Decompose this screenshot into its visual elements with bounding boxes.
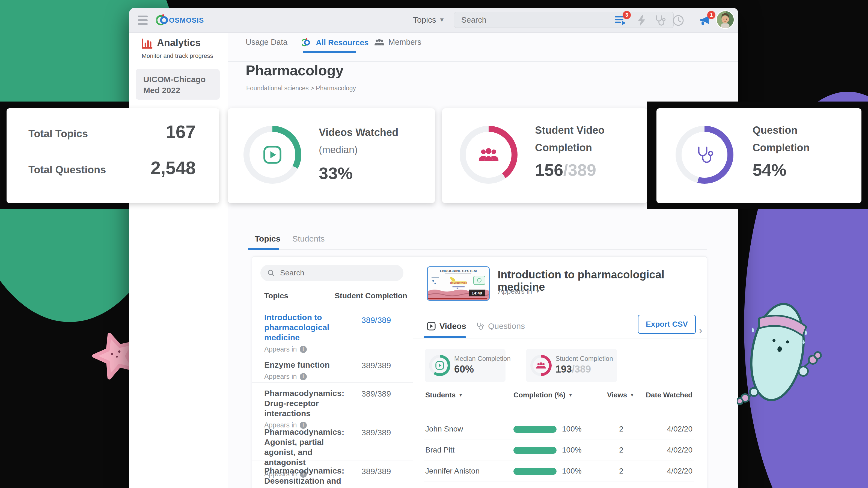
tab-usage-data[interactable]: Usage Data bbox=[246, 38, 287, 47]
detail-appears-in[interactable]: Appears in▼ bbox=[498, 287, 540, 296]
sort-header-views[interactable]: Views▼ bbox=[607, 391, 634, 399]
appears-in-toggle[interactable]: Appears ini bbox=[264, 345, 360, 353]
queue-badge: 3 bbox=[623, 11, 631, 19]
tabs-divider bbox=[228, 61, 738, 62]
breadcrumb[interactable]: Foundational sciences > Pharmacology bbox=[246, 85, 356, 92]
detail-tab-divider bbox=[413, 338, 707, 338]
sidebar-subtitle: Monitor and track progress bbox=[142, 52, 213, 60]
lightning-icon[interactable] bbox=[636, 14, 648, 27]
topic-list-item[interactable]: Pharmacodynamics: Drug-receptor interact… bbox=[264, 388, 360, 429]
completion-bar bbox=[514, 447, 557, 454]
export-csv-button[interactable]: Export CSV bbox=[638, 315, 696, 334]
svg-text:HOMEOSTASIS: HOMEOSTASIS bbox=[450, 282, 467, 284]
chevron-right-icon[interactable]: › bbox=[699, 324, 702, 337]
osmosis-logo[interactable]: OSMOSIS bbox=[156, 13, 211, 27]
card-value: 54% bbox=[752, 160, 810, 180]
row-divider bbox=[424, 481, 694, 482]
svg-text:ENDOCRINE SYSTEM: ENDOCRINE SYSTEM bbox=[440, 269, 476, 273]
hamburger-menu-icon[interactable] bbox=[138, 14, 150, 26]
topic-completion-value: 389/389 bbox=[362, 315, 386, 325]
active-tab-underline bbox=[303, 51, 356, 53]
card-title: Student Video bbox=[535, 121, 604, 139]
student-video-completion-card: Student Video Completion 156/389 bbox=[442, 109, 647, 203]
tab-members[interactable]: Members bbox=[374, 38, 422, 47]
chip-label: Student Completion bbox=[555, 355, 613, 362]
stethoscope-icon bbox=[694, 145, 715, 165]
card-title: Videos Watched bbox=[319, 124, 398, 141]
sort-header-completion[interactable]: Completion (%)▼ bbox=[514, 391, 573, 399]
chip-value: 193/389 bbox=[555, 364, 591, 375]
video-play-icon bbox=[427, 322, 436, 331]
list-tab-underline bbox=[248, 248, 279, 250]
student-completion-chip: Student Completion 193/389 bbox=[526, 349, 617, 382]
chevron-down-icon: ▼ bbox=[535, 288, 540, 294]
user-avatar[interactable] bbox=[716, 10, 735, 29]
card-value: 156/389 bbox=[535, 160, 604, 180]
question-completion-card: Question Completion 54% bbox=[656, 109, 862, 203]
list-tab-topics[interactable]: Topics bbox=[255, 234, 280, 243]
osmosis-mini-logo-icon bbox=[302, 38, 312, 48]
svg-text:14:49: 14:49 bbox=[472, 291, 482, 295]
totals-card: Total Topics 167 Total Questions 2,548 bbox=[6, 109, 219, 203]
median-completion-donut bbox=[429, 355, 451, 376]
card-value: 33% bbox=[319, 163, 398, 183]
question-completion-donut bbox=[676, 126, 734, 184]
play-icon bbox=[262, 145, 282, 164]
sidebar: Analytics Monitor and track progress UIC… bbox=[129, 33, 228, 488]
topic-list-item[interactable]: Introduction to pharmacological medicine… bbox=[264, 312, 360, 353]
videos-watched-card: Videos Watched (median) 33% bbox=[228, 109, 435, 203]
card-subtitle: (median) bbox=[319, 141, 398, 159]
topic-completion-value: 389/389 bbox=[362, 389, 386, 398]
card-title: Completion bbox=[752, 139, 810, 156]
sort-caret-icon: ▼ bbox=[630, 393, 634, 398]
topic-search[interactable] bbox=[260, 265, 403, 281]
sort-caret-icon: ▼ bbox=[568, 393, 573, 398]
app-window: OSMOSIS Topics▼ 3 bbox=[129, 8, 738, 488]
topic-search-input[interactable] bbox=[280, 268, 389, 278]
topic-completion-value: 389/389 bbox=[362, 467, 386, 476]
chevron-down-icon: ▼ bbox=[439, 17, 445, 24]
megaphone-icon[interactable]: 1 bbox=[699, 14, 712, 27]
list-tab-divider bbox=[248, 249, 707, 250]
student-completion-donut bbox=[530, 355, 552, 376]
people-icon bbox=[536, 362, 546, 370]
chip-label: Median Completion bbox=[454, 355, 511, 362]
completion-bar bbox=[514, 426, 557, 433]
appears-in-toggle[interactable]: Appears ini bbox=[264, 372, 360, 380]
video-thumbnail[interactable]: ENDOCRINE SYSTEM HOMEOSTASIS 14:49 bbox=[427, 266, 490, 301]
stethoscope-icon[interactable] bbox=[654, 14, 666, 27]
median-completion-chip: Median Completion 60% bbox=[425, 349, 505, 382]
sidebar-cohort-item[interactable]: UICOM-Chicago Med 2022 bbox=[136, 69, 220, 100]
analytics-bar-chart-icon bbox=[141, 38, 153, 50]
topic-list-item[interactable]: Enzyme function Appears ini bbox=[264, 360, 360, 380]
stage: OSMOSIS Topics▼ 3 bbox=[0, 0, 868, 488]
completion-bar bbox=[514, 468, 557, 475]
topics-menu[interactable]: Topics▼ bbox=[413, 15, 445, 25]
list-divider bbox=[252, 421, 413, 421]
card-title: Completion bbox=[535, 139, 604, 156]
questions-stethoscope-icon bbox=[475, 322, 484, 331]
members-people-icon bbox=[374, 38, 384, 47]
chip-value: 60% bbox=[454, 364, 474, 375]
sidebar-title: Analytics bbox=[157, 37, 200, 49]
clock-icon[interactable] bbox=[672, 14, 685, 27]
search-icon bbox=[267, 269, 275, 277]
topic-completion-value: 389/389 bbox=[362, 361, 386, 370]
queue-icon[interactable]: 3 bbox=[614, 14, 627, 27]
sort-header-students[interactable]: Students▼ bbox=[425, 391, 463, 399]
column-header-topics: Topics bbox=[264, 292, 288, 300]
list-tab-students[interactable]: Students bbox=[292, 234, 324, 243]
topic-completion-value: 389/389 bbox=[362, 428, 386, 437]
svg-text:OSMOSIS: OSMOSIS bbox=[169, 16, 204, 24]
videos-watched-donut bbox=[244, 126, 301, 184]
detail-tab-videos[interactable]: Videos bbox=[427, 322, 466, 331]
student-video-donut bbox=[460, 126, 518, 184]
detail-tab-questions[interactable]: Questions bbox=[475, 322, 525, 331]
header-date-watched: Date Watched bbox=[646, 391, 692, 399]
column-header-student-completion: Student Completion bbox=[335, 292, 407, 300]
topic-list-item[interactable]: Pharmacodynamics: Desensitization and to… bbox=[264, 466, 360, 488]
tab-all-resources[interactable]: All Resources bbox=[302, 38, 369, 48]
sort-caret-icon: ▼ bbox=[458, 393, 463, 398]
row-divider bbox=[424, 439, 694, 439]
top-navbar: OSMOSIS Topics▼ 3 bbox=[129, 8, 738, 33]
